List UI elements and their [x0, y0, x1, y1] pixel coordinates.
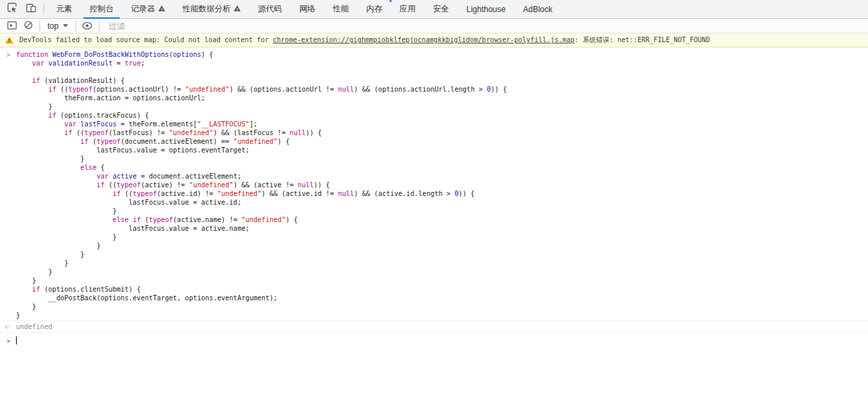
console-sidebar-button[interactable]	[4, 19, 20, 33]
inspect-element-button[interactable]	[4, 2, 20, 17]
frame-context-label: top	[47, 21, 59, 31]
tab-memory[interactable]: 内存	[357, 0, 391, 18]
chevron-down-icon	[63, 24, 68, 27]
tab-lighthouse[interactable]: Lighthouse	[458, 0, 515, 18]
tab-label: 网络	[299, 3, 315, 15]
toolbar-divider	[43, 4, 44, 15]
console-toolbar: top	[0, 19, 868, 33]
tab-label: 安全	[433, 3, 449, 15]
console-output: > function WebForm_DoPostBackWithOptions…	[0, 47, 868, 348]
result-value: undefined	[16, 323, 52, 330]
toolbar-divider	[76, 21, 76, 31]
tabbar-left-icons	[0, 0, 40, 18]
tab-label: 性能	[333, 3, 349, 15]
toolbar-divider	[39, 21, 40, 31]
console-code: function WebForm_DoPostBackWithOptions(o…	[16, 50, 863, 320]
warning-text-before: DevTools failed to load source map: Coul…	[19, 36, 273, 43]
devtools-tabbar: 元素 控制台 记录器 性能数据分析 源代码 网络 性能 内存 应用 安全 Lig…	[0, 0, 868, 19]
tab-console[interactable]: 控制台	[81, 0, 122, 18]
tab-security[interactable]: 安全	[424, 0, 458, 18]
console-input-echo: > function WebForm_DoPostBackWithOptions…	[0, 47, 868, 320]
tab-performance[interactable]: 性能	[324, 0, 357, 18]
device-toolbar-button[interactable]	[23, 2, 39, 17]
frame-context-selector[interactable]: top	[43, 21, 72, 31]
filter-input[interactable]	[109, 21, 396, 31]
tab-label: 控制台	[90, 3, 114, 15]
warning-text-after: : 系统错误: net::ERR_FILE_NOT_FOUND	[575, 36, 710, 43]
console-result-row: <· undefined	[0, 320, 868, 333]
tab-label: 元素	[56, 3, 72, 15]
eye-icon	[82, 20, 92, 32]
tab-label: 性能数据分析	[182, 3, 231, 15]
tab-network[interactable]: 网络	[291, 0, 324, 18]
tab-sources[interactable]: 源代码	[249, 0, 291, 18]
text-cursor	[16, 336, 17, 344]
tab-label: 应用	[400, 3, 416, 15]
console-prompt[interactable]: >	[0, 333, 868, 348]
tab-label: 内存	[366, 3, 382, 15]
warning-message: DevTools failed to load source map: Coul…	[19, 36, 710, 44]
warning-triangle-icon	[234, 5, 241, 11]
live-expression-button[interactable]	[80, 19, 96, 33]
console-sidebar-icon	[7, 20, 17, 32]
tab-recorder[interactable]: 记录器	[122, 0, 174, 18]
clear-console-button[interactable]	[20, 19, 36, 33]
clear-console-icon	[24, 20, 33, 32]
source-map-link[interactable]: chrome-extension://gighmmpiobklfepjocnam…	[273, 36, 575, 43]
tab-label: AdBlock	[523, 5, 553, 14]
return-arrow-icon: <·	[5, 323, 11, 332]
tab-performance-insights[interactable]: 性能数据分析	[174, 0, 249, 18]
tab-application[interactable]: 应用	[391, 0, 424, 18]
warning-triangle-icon	[5, 37, 13, 43]
warning-triangle-icon	[158, 5, 165, 11]
tab-label: 源代码	[258, 3, 282, 15]
panel-tabs: 元素 控制台 记录器 性能数据分析 源代码 网络 性能 内存 应用 安全 Lig…	[47, 0, 561, 18]
tab-label: 记录器	[131, 3, 155, 15]
input-chevron-icon: >	[7, 51, 10, 60]
prompt-chevron-icon: >	[7, 337, 10, 346]
inspect-cursor-icon	[7, 3, 17, 15]
warning-bar: DevTools failed to load source map: Coul…	[0, 33, 868, 47]
toolbar-divider	[99, 21, 100, 31]
tab-elements[interactable]: 元素	[47, 0, 81, 18]
tab-adblock[interactable]: AdBlock	[515, 0, 561, 18]
device-toolbar-icon	[26, 3, 36, 15]
tab-label: Lighthouse	[466, 5, 506, 14]
